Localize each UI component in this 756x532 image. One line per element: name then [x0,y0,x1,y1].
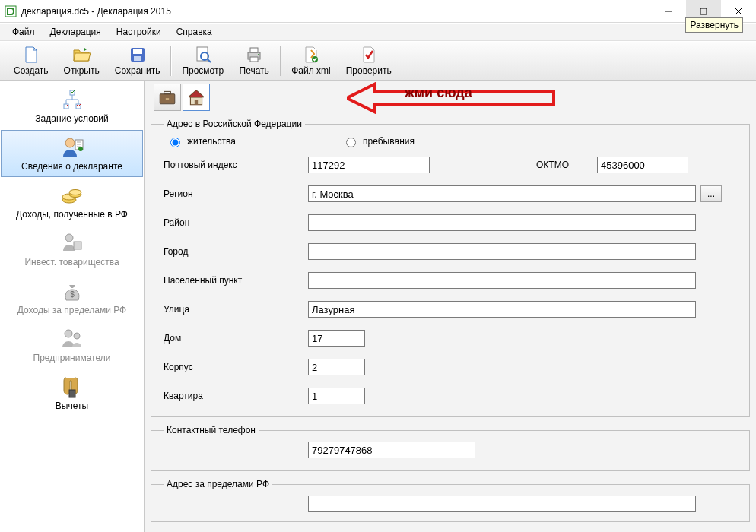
menu-help[interactable]: Справка [170,24,218,40]
tabstrip: жми сюда [149,81,751,117]
svg-marker-37 [347,84,554,112]
nav-income-rf[interactable]: Доходы, полученные в РФ [1,178,143,225]
label-city: Город [164,246,308,257]
annotation-arrow [347,82,560,114]
check-icon [360,46,378,64]
label-flat: Квартира [164,391,308,401]
svg-text:$: $ [70,290,75,299]
svg-point-29 [65,330,72,337]
svg-rect-6 [133,49,142,54]
group-phone: Контактный телефон [151,425,750,471]
toolbar-create[interactable]: Создать [6,44,56,78]
group-address-foreign-legend: Адрес за пределами РФ [164,479,272,489]
menu-declaration[interactable]: Декларация [44,24,107,40]
menu-settings[interactable]: Настройки [110,24,167,40]
svg-point-25 [69,190,81,195]
maximize-tooltip: Развернуть [685,17,743,33]
toolbar-check[interactable]: Проверить [338,44,399,78]
house-icon [186,87,206,107]
radio-stay[interactable]: пребывания [342,135,415,147]
svg-point-21 [78,147,83,151]
svg-rect-12 [250,48,258,52]
group-phone-legend: Контактный телефон [164,425,259,435]
conditions-icon [60,87,84,112]
input-phone[interactable] [308,442,475,458]
svg-line-10 [208,59,211,62]
toolbar-print[interactable]: Печать [231,44,277,78]
input-region[interactable] [308,185,696,202]
window-title: декларация.dc5 - Декларация 2015 [21,6,171,17]
input-city[interactable] [308,243,696,260]
invest-icon [60,231,84,255]
tab-personal[interactable] [154,84,181,111]
save-icon [129,46,147,64]
declarant-icon [60,135,84,160]
input-oktmo[interactable] [597,157,688,173]
region-browse-button[interactable]: ... [700,185,722,202]
svg-rect-36 [195,100,198,105]
radio-stay-input[interactable] [346,138,356,147]
input-district[interactable] [308,214,696,231]
svg-rect-34 [166,98,169,100]
radio-residence-input[interactable] [170,138,180,147]
toolbar-separator [280,46,281,76]
nav-income-foreign[interactable]: $ Доходы за пределами РФ [1,274,143,321]
group-address-rf-legend: Адрес в Российской Федерации [164,119,305,129]
label-settlement: Населенный пункт [164,275,308,286]
toolbar-preview[interactable]: Просмотр [174,44,231,78]
menubar: Файл Декларация Настройки Справка [0,23,756,41]
toolbar-xml[interactable]: Файл xml [284,44,338,78]
svg-rect-13 [250,57,258,62]
annotation-text: жми сюда [405,85,472,101]
label-region: Регион [164,188,308,199]
label-postcode: Почтовый индекс [164,160,308,170]
input-house[interactable] [308,330,365,347]
input-settlement[interactable] [308,272,696,289]
nav-conditions[interactable]: Задание условий [1,82,143,129]
nav-declarant[interactable]: Сведения о декларанте [1,130,143,177]
minimize-button[interactable] [651,0,686,22]
svg-point-14 [258,54,259,55]
nav-invest[interactable]: Инвест. товарищества [1,226,143,273]
input-flat[interactable] [308,388,365,404]
input-building[interactable] [308,359,365,375]
label-district: Район [164,217,308,228]
print-icon [245,46,263,64]
nav-deductions[interactable]: Вычеты [1,369,143,416]
toolbar-separator [170,46,171,76]
svg-point-26 [65,234,73,242]
nav-entrepreneur[interactable]: Предприниматели [1,321,143,369]
svg-point-30 [74,333,80,339]
label-building: Корпус [164,362,308,372]
titlebar: декларация.dc5 - Декларация 2015 Разверн… [0,0,756,23]
label-house: Дом [164,333,308,344]
svg-rect-7 [134,56,141,61]
preview-icon [194,46,212,64]
input-foreign-address[interactable] [308,496,696,512]
money-bag-icon: $ [60,279,84,303]
svg-rect-33 [164,91,171,93]
label-oktmo: ОКТМО [536,160,597,170]
radio-residence[interactable]: жительства [167,135,236,147]
deductions-icon [60,375,84,399]
input-street[interactable] [308,301,696,318]
menu-file[interactable]: Файл [6,24,41,40]
briefcase-icon [157,87,177,107]
toolbar: Создать Открыть Сохранить Просмотр Печат… [0,41,756,81]
group-address-foreign: Адрес за пределами РФ [151,479,750,522]
toolbar-open[interactable]: Открыть [56,44,107,78]
main-area: Задание условий Сведения о декларанте До… [0,81,756,532]
open-folder-icon [72,46,91,64]
svg-rect-31 [69,390,75,397]
tab-address[interactable] [183,84,210,111]
input-postcode[interactable] [308,157,430,173]
toolbar-save[interactable]: Сохранить [107,44,168,78]
new-file-icon [22,46,40,64]
svg-rect-2 [700,8,707,14]
label-street: Улица [164,304,308,315]
group-address-rf: Адрес в Российской Федерации жительства … [151,119,750,417]
coins-icon [60,183,84,207]
left-nav: Задание условий Сведения о декларанте До… [0,81,145,532]
entrepreneur-icon [60,327,84,351]
svg-point-19 [65,138,75,147]
